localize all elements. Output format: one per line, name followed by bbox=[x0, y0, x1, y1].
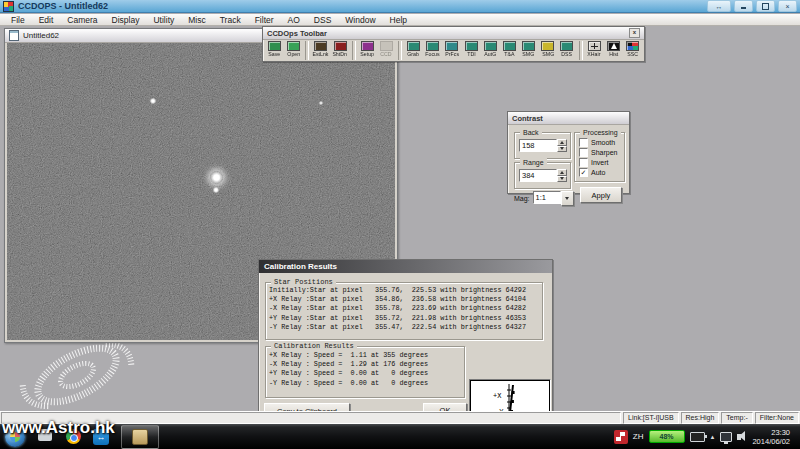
mag-label: Mag: bbox=[514, 195, 530, 202]
back-input[interactable]: 158 bbox=[519, 139, 557, 152]
menu-camera[interactable]: Camera bbox=[61, 14, 103, 26]
menu-track[interactable]: Track bbox=[214, 14, 247, 26]
star-positions-group: Star Positions Initially:Star at pixel 3… bbox=[265, 282, 543, 340]
toolbar-label: SMG bbox=[542, 51, 554, 58]
display-tray-icon[interactable] bbox=[720, 432, 732, 442]
toolbar-label: CCD bbox=[381, 51, 392, 58]
toolbar-button-focus[interactable]: Focus bbox=[423, 41, 442, 58]
smooth-checkbox[interactable] bbox=[579, 138, 588, 147]
minimize-button[interactable] bbox=[734, 0, 753, 12]
tray-red-app-icon[interactable] bbox=[614, 430, 628, 444]
toolbar-label: Grab bbox=[408, 51, 420, 58]
clock-time: 23:30 bbox=[752, 428, 790, 437]
statusbar: Link:[ST-i]USB Res:High Temp:- Filter:No… bbox=[0, 411, 800, 424]
menu-misc[interactable]: Misc bbox=[182, 14, 211, 26]
menu-ao[interactable]: AO bbox=[282, 14, 306, 26]
taskbar: ↔ ZH 48% ▲ 23:30 2014/06/02 bbox=[0, 424, 800, 449]
processing-group: Processing Smooth Sharpen Invert ✓Auto bbox=[574, 132, 625, 182]
auto-checkbox[interactable]: ✓ bbox=[579, 168, 588, 177]
result-line: -Y Relay : Speed = 0.00 at 0 degrees bbox=[269, 379, 428, 388]
battery-percent-indicator[interactable]: 48% bbox=[649, 430, 685, 443]
tdi-icon bbox=[465, 41, 478, 51]
taskbar-printer-icon[interactable] bbox=[34, 427, 56, 447]
checkbox-invert[interactable]: Invert bbox=[579, 157, 617, 167]
battery-icon[interactable] bbox=[690, 432, 705, 442]
toolbar-button-tdi[interactable]: TDI bbox=[461, 41, 480, 58]
menu-display[interactable]: Display bbox=[106, 14, 146, 26]
apply-label: Apply bbox=[592, 191, 611, 200]
menu-utility[interactable]: Utility bbox=[147, 14, 180, 26]
checkbox-smooth[interactable]: Smooth bbox=[579, 137, 617, 147]
range-spinner[interactable] bbox=[557, 169, 567, 182]
toolbar-button-grab[interactable]: Grab bbox=[404, 41, 423, 58]
toolbar-button-hist[interactable]: Hist bbox=[604, 41, 623, 58]
smooth-label: Smooth bbox=[591, 139, 615, 146]
toolbar-button-dss[interactable]: DSS bbox=[557, 41, 576, 58]
planet-focus-icon bbox=[445, 41, 458, 51]
save-icon bbox=[268, 41, 281, 51]
menu-file[interactable]: File bbox=[5, 14, 31, 26]
toolbar-button-open[interactable]: Open bbox=[284, 41, 303, 58]
toolbar-button-smg2[interactable]: SMG bbox=[538, 41, 557, 58]
toolbar-button-autg[interactable]: AutG bbox=[481, 41, 500, 58]
toolbar-button-setup[interactable]: Setup bbox=[358, 41, 377, 58]
taskbar-ccdops-button[interactable] bbox=[121, 425, 159, 449]
taskbar-chrome-icon[interactable] bbox=[62, 427, 84, 447]
menu-edit[interactable]: Edit bbox=[33, 14, 60, 26]
apply-button[interactable]: Apply bbox=[580, 187, 622, 203]
start-button[interactable] bbox=[5, 427, 25, 447]
close-button[interactable]: × bbox=[778, 0, 797, 12]
star-line: +X Relay :Star at pixel 354.86, 236.58 w… bbox=[269, 295, 526, 304]
clock[interactable]: 23:30 2014/06/02 bbox=[748, 428, 796, 446]
toolbar-label: TDI bbox=[467, 51, 475, 58]
ccd-camera-icon bbox=[380, 41, 393, 51]
range-label: Range bbox=[520, 158, 547, 167]
toolbar-button-shtdn[interactable]: ShtDn bbox=[330, 41, 349, 58]
toolbar-button-prfcs[interactable]: PrFcs bbox=[442, 41, 461, 58]
menubar: File Edit Camera Display Utility Misc Tr… bbox=[0, 14, 800, 26]
checkbox-auto[interactable]: ✓Auto bbox=[579, 167, 617, 177]
toolbar-button-save[interactable]: Save bbox=[265, 41, 284, 58]
toolbar-button-ta[interactable]: T&A bbox=[500, 41, 519, 58]
language-bar-button[interactable]: ↔ bbox=[707, 0, 731, 12]
main-titlebar[interactable]: CCDOPS - Untitled62 ↔ × bbox=[0, 0, 800, 13]
processing-label: Processing bbox=[580, 128, 621, 137]
back-spinner[interactable] bbox=[557, 139, 567, 152]
mag-combobox[interactable]: 1:1 bbox=[533, 191, 561, 204]
menu-help[interactable]: Help bbox=[384, 14, 413, 26]
star-line: -X Relay :Star at pixel 355.78, 223.69 w… bbox=[269, 304, 526, 313]
invert-checkbox[interactable] bbox=[579, 158, 588, 167]
toolbar-button-smg1[interactable]: SMG bbox=[519, 41, 538, 58]
close-icon: × bbox=[785, 3, 789, 10]
contrast-titlebar[interactable]: Contrast bbox=[508, 112, 629, 125]
restore-button[interactable] bbox=[756, 0, 775, 12]
crosshair-icon bbox=[588, 41, 601, 51]
speaker-icon[interactable] bbox=[737, 434, 741, 440]
show-hidden-icons-button[interactable]: ▲ bbox=[710, 434, 716, 440]
checkbox-sharpen[interactable]: Sharpen bbox=[579, 147, 617, 157]
toolbar-button-xhair[interactable]: XHair bbox=[585, 41, 604, 58]
toolbar-body: Save Open EstLnk ShtDn Setup CCD Grab Fo… bbox=[263, 40, 644, 62]
contrast-title: Contrast bbox=[512, 114, 543, 123]
toolbar-button-ssc[interactable]: SSC bbox=[623, 41, 642, 58]
autoguide-icon bbox=[484, 41, 497, 51]
toolbar-separator bbox=[579, 41, 583, 60]
toolbar-button-estlnk[interactable]: EstLnk bbox=[311, 41, 330, 58]
toolbar-close-icon[interactable]: x bbox=[629, 28, 640, 38]
system-tray: ZH 48% ▲ 23:30 2014/06/02 bbox=[614, 428, 800, 446]
range-input[interactable]: 384 bbox=[519, 169, 557, 182]
taskbar-teamviewer-icon[interactable]: ↔ bbox=[90, 427, 112, 447]
sharpen-checkbox[interactable] bbox=[579, 148, 588, 157]
toolbar-separator bbox=[305, 41, 309, 60]
menu-filter[interactable]: Filter bbox=[249, 14, 280, 26]
toolbar-titlebar[interactable]: CCDOps Toolbar x bbox=[263, 27, 644, 40]
sharpen-label: Sharpen bbox=[591, 149, 617, 156]
toolbar-label: Hist bbox=[609, 51, 618, 58]
menu-dss[interactable]: DSS bbox=[308, 14, 337, 26]
calibration-titlebar[interactable]: Calibration Results bbox=[259, 260, 552, 273]
language-indicator[interactable]: ZH bbox=[633, 432, 644, 441]
mag-dropdown-button[interactable] bbox=[561, 191, 574, 206]
toolbar-separator bbox=[352, 41, 356, 60]
shutdown-icon bbox=[334, 41, 347, 51]
menu-window[interactable]: Window bbox=[339, 14, 381, 26]
